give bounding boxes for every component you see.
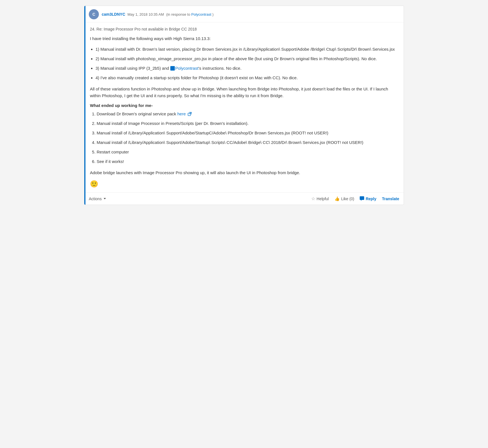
list-item: Restart computer xyxy=(97,149,398,155)
like-label: Like (0) xyxy=(341,197,354,201)
middle-text: All of these variations function in Phot… xyxy=(90,86,398,99)
translate-button[interactable]: Translate xyxy=(382,197,399,201)
here-link[interactable]: here xyxy=(177,111,192,116)
emoji: 🙂 xyxy=(90,180,398,188)
list-item: Manual install of /Library/Application\ … xyxy=(97,139,398,146)
translate-label: Translate xyxy=(382,197,399,201)
list-item: 4) I've also manually created a startup … xyxy=(96,74,398,81)
helpful-label: Helpful xyxy=(317,197,329,201)
response-to-link[interactable]: Polycontrast xyxy=(191,12,212,17)
post-footer: Actions ☆ Helpful 👍 Like (0) Reply xyxy=(84,192,404,205)
list-item: 2) Manual install with photoshop_ximage_… xyxy=(96,55,398,62)
list-item: Manual install of Image Processor in Pre… xyxy=(97,120,398,127)
list-item: See if it works! xyxy=(97,158,398,165)
footer-left: Actions xyxy=(89,197,106,201)
closing-text: Adobe bridge launches with Image Process… xyxy=(90,169,398,176)
list-item: Download Dr Brown's original service pac… xyxy=(97,111,398,117)
reply-button[interactable]: Reply xyxy=(360,196,376,201)
post-body: 24. Re: Image Processor Pro not availabl… xyxy=(84,22,404,192)
list-item: Manual install of /Library/Application\ … xyxy=(97,130,398,136)
actions-button[interactable]: Actions xyxy=(89,197,106,201)
polycontrast-user-icon xyxy=(170,66,175,71)
polycontrast-link[interactable]: Polycontrast xyxy=(175,66,199,71)
bullet-list: 1) Manual install with Dr. Brown's last … xyxy=(96,46,398,81)
reply-icon-svg xyxy=(360,196,364,200)
star-icon: ☆ xyxy=(311,196,315,201)
post-intro: I have tried installing the following wa… xyxy=(90,35,398,42)
reply-label: Reply xyxy=(366,197,376,201)
ordered-list: Download Dr Brown's original service pac… xyxy=(97,111,398,165)
post-header: C cam3LDNYC May 1, 2018 10:35 AM (in res… xyxy=(84,6,404,22)
thumbs-up-icon: 👍 xyxy=(334,196,340,201)
footer-right: ☆ Helpful 👍 Like (0) Reply Translate xyxy=(311,196,399,201)
post-date: May 1, 2018 10:35 AM xyxy=(127,12,164,17)
chat-bubble-icon xyxy=(360,196,364,201)
external-link-icon xyxy=(188,112,192,116)
post-response-label: (in response to Polycontrast ) xyxy=(166,12,213,17)
helpful-button[interactable]: ☆ Helpful xyxy=(311,196,329,201)
post-card: C cam3LDNYC May 1, 2018 10:35 AM (in res… xyxy=(84,6,404,205)
left-accent-bar xyxy=(84,6,85,205)
post-number: 24. Re: Image Processor Pro not availabl… xyxy=(90,27,398,31)
post-meta: cam3LDNYC May 1, 2018 10:35 AM (in respo… xyxy=(102,12,213,17)
list-item: 1) Manual install with Dr. Brown's last … xyxy=(96,46,398,53)
author-name: cam3LDNYC xyxy=(102,12,125,17)
list-item: 3) Manual install using IPP (3_2b5) and … xyxy=(96,65,398,72)
chevron-down-icon xyxy=(104,198,106,199)
what-worked-heading: What ended up working for me- xyxy=(90,103,398,108)
like-button[interactable]: 👍 Like (0) xyxy=(334,196,354,201)
avatar: C xyxy=(89,9,99,19)
actions-label: Actions xyxy=(89,197,102,201)
